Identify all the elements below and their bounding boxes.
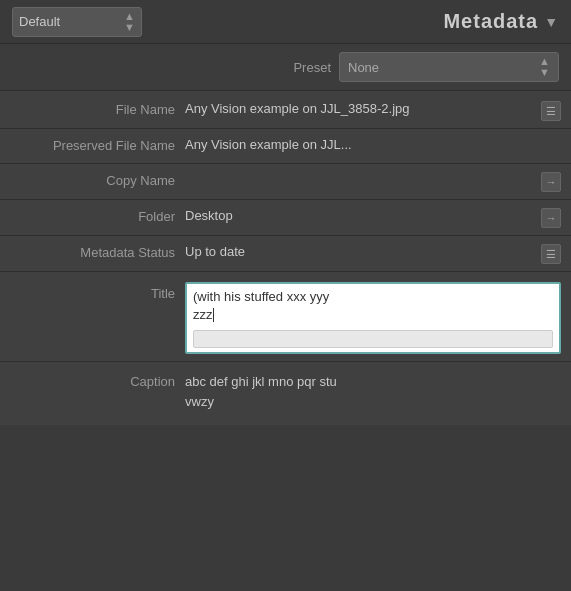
caption-value: abc def ghi jkl mno pqr stu vwzy [185,372,337,411]
preset-value: None [348,60,379,75]
metadata-status-label: Metadata Status [10,243,185,260]
copy-name-value-container: → [185,171,561,192]
title-input[interactable]: (with his stuffed xxx yyy zzz [185,282,561,354]
copy-name-row: Copy Name → [0,166,571,197]
folder-label: Folder [10,207,185,224]
preset-row: Preset None ▲ ▼ [0,44,571,91]
title-inner-bar[interactable] [193,330,553,348]
folder-value: Desktop [185,207,537,225]
caption-value-container: abc def ghi jkl mno pqr stu vwzy [185,372,561,411]
metadata-status-list-icon[interactable]: ☰ [541,244,561,264]
preset-label: Preset [293,60,331,75]
preset-spinner-icon: ▲ ▼ [539,56,550,78]
metadata-status-row: Metadata Status Up to date ☰ [0,238,571,269]
title-row: Title (with his stuffed xxx yyy zzz [0,274,571,359]
file-name-value: Any Vision example on JJL_3858-2.jpg [185,100,537,118]
file-name-list-icon[interactable]: ☰ [541,101,561,121]
default-label: Default [19,14,60,29]
preset-select[interactable]: None ▲ ▼ [339,52,559,82]
file-name-row: File Name Any Vision example on JJL_3858… [0,95,571,126]
top-bar: Default ▲ ▼ Metadata ▼ [0,0,571,44]
preserved-file-name-value-container: Any Vision example on JJL... [185,136,561,154]
default-dropdown[interactable]: Default ▲ ▼ [12,7,142,37]
preserved-file-name-row: Preserved File Name Any Vision example o… [0,131,571,161]
title-text-line1: (with his stuffed xxx yyy [193,288,553,306]
metadata-chevron-icon[interactable]: ▼ [544,14,559,30]
folder-value-container: Desktop → [185,207,561,228]
folder-arrow-icon[interactable]: → [541,208,561,228]
preserved-file-name-value: Any Vision example on JJL... [185,136,561,154]
title-label: Title [10,282,185,301]
caption-label: Caption [10,372,185,389]
copy-name-label: Copy Name [10,171,185,188]
dropdown-spinner[interactable]: ▲ ▼ [124,11,135,33]
preserved-file-name-label: Preserved File Name [10,136,185,153]
caption-line1: abc def ghi jkl mno pqr stu [185,372,337,392]
copy-name-arrow-icon[interactable]: → [541,172,561,192]
file-name-label: File Name [10,100,185,117]
folder-row: Folder Desktop → [0,202,571,233]
metadata-title: Metadata ▼ [443,10,559,33]
title-text-line2: zzz [193,306,213,324]
metadata-status-value-container: Up to date ☰ [185,243,561,264]
metadata-status-value: Up to date [185,243,537,261]
file-name-value-container: Any Vision example on JJL_3858-2.jpg ☰ [185,100,561,121]
caption-line2: vwzy [185,392,337,412]
caption-row: Caption abc def ghi jkl mno pqr stu vwzy [0,364,571,421]
title-text-line2-container: zzz [193,306,553,324]
form-section: File Name Any Vision example on JJL_3858… [0,91,571,425]
text-cursor [213,308,214,322]
